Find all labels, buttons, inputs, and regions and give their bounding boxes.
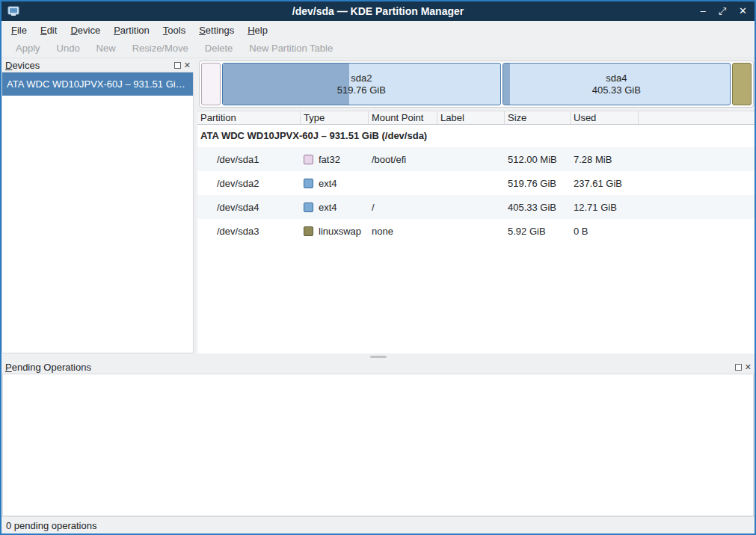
column-header-filler [639,111,755,124]
cell-partition: /dev/sda3 [197,226,301,237]
close-icon[interactable]: ✕ [739,6,747,16]
menu-edit[interactable]: Edit [34,22,64,38]
cell-type: fat32 [301,154,369,165]
column-header-mount-point[interactable]: Mount Point [369,111,437,124]
table-header-row: Partition Type Mount Point Label Size Us… [197,111,755,125]
statusbar: 0 pending operations [1,516,755,534]
table-empty-area [197,243,755,353]
table-row[interactable]: /dev/sda2 ext4 519.76 GiB 237.61 GiB [197,171,755,195]
cell-type: linuxswap [301,226,369,237]
cell-used: 237.61 GiB [571,178,639,189]
table-row[interactable]: /dev/sda4 ext4 / 405.33 GiB 12.71 GiB [197,195,755,219]
pending-operations-list [2,374,754,516]
segment-name-label: sda4 [606,72,627,84]
device-group-header[interactable]: ATA WDC WD10JPVX-60J – 931.51 GiB (/dev/… [197,125,755,147]
cell-mount-point: /boot/efi [369,154,437,165]
cell-partition: /dev/sda4 [197,202,301,213]
fs-type-label: fat32 [319,154,340,165]
cell-used: 12.71 GiB [571,202,639,213]
splitter-grip-icon [370,356,387,358]
cell-mount-point: / [369,202,437,213]
menu-partition[interactable]: Partition [107,22,156,38]
devices-panel: Devices ✕ ATA WDC WD10JPVX-60J – 931.51 … [1,58,194,353]
column-header-label[interactable]: Label [437,111,505,124]
partition-segment-sda4[interactable]: sda4 405.33 GiB [503,63,731,105]
devices-panel-header: Devices ✕ [1,58,194,72]
minimize-icon[interactable]: – [700,6,705,16]
fs-color-swatch [304,226,313,236]
toolbar: Apply Undo New Resize/Move Delete New Pa… [1,39,755,58]
cell-used: 7.28 MiB [571,154,639,165]
menu-tools[interactable]: Tools [156,22,192,38]
fs-color-swatch [304,155,313,164]
dock-close-icon[interactable]: ✕ [745,363,752,371]
fs-type-label: ext4 [319,202,337,213]
used-space-fill [223,64,349,105]
pending-operations-title: Pending Operations [5,362,91,373]
cell-size: 405.33 GiB [505,202,571,213]
toolbar-new-button[interactable]: New [88,40,124,57]
toolbar-delete-button[interactable]: Delete [197,40,242,57]
dock-close-icon[interactable]: ✕ [184,61,191,69]
app-icon[interactable] [7,6,19,16]
cell-type: ext4 [301,202,369,213]
menu-help[interactable]: Help [241,22,274,38]
cell-partition: /dev/sda1 [197,154,301,165]
cell-size: 5.92 GiB [505,226,571,237]
window-title: /dev/sda — KDE Partition Manager [1,5,755,17]
segment-size-label: 405.33 GiB [592,84,641,96]
toolbar-resize-move-button[interactable]: Resize/Move [124,40,197,57]
table-row[interactable]: /dev/sda3 linuxswap none 5.92 GiB 0 B [197,219,755,243]
devices-panel-title: Devices [5,60,40,71]
kde-partition-manager-window: /dev/sda — KDE Partition Manager – ⤢ ✕ F… [0,0,756,535]
toolbar-apply-button[interactable]: Apply [7,40,49,57]
menu-settings[interactable]: Settings [192,22,241,38]
menu-device[interactable]: Device [64,22,107,38]
partition-bar: sda2 519.76 GiB sda4 405.33 GiB [199,61,754,108]
column-header-type[interactable]: Type [301,111,369,124]
column-header-partition[interactable]: Partition [197,111,301,124]
column-header-used[interactable]: Used [571,111,639,124]
content-area: sda2 519.76 GiB sda4 405.33 GiB Partitio… [197,58,755,353]
titlebar: /dev/sda — KDE Partition Manager – ⤢ ✕ [1,1,755,21]
device-list: ATA WDC WD10JPVX-60J – 931.51 GiB (/dev/… [1,72,194,353]
segment-name-label: sda2 [351,72,372,84]
cell-type: ext4 [301,178,369,189]
dock-float-icon[interactable] [735,364,742,371]
fs-color-swatch [304,202,313,212]
main-area: Devices ✕ ATA WDC WD10JPVX-60J – 931.51 … [1,58,755,353]
partition-segment-sda3[interactable] [732,63,752,105]
table-row[interactable]: /dev/sda1 fat32 /boot/efi 512.00 MiB 7.2… [197,147,755,171]
segment-size-label: 519.76 GiB [337,84,386,96]
pending-operations-count: 0 pending operations [6,520,96,531]
used-space-fill [503,64,510,105]
partition-segment-sda2[interactable]: sda2 519.76 GiB [222,63,501,105]
cell-mount-point: none [369,226,437,237]
menubar: File Edit Device Partition Tools Setting… [1,21,755,39]
pending-operations-header: Pending Operations ✕ [1,360,755,374]
fs-color-swatch [304,179,313,188]
dock-float-icon[interactable] [174,62,181,69]
maximize-icon[interactable]: ⤢ [719,6,726,16]
column-header-size[interactable]: Size [505,111,571,124]
toolbar-new-partition-table-button[interactable]: New Partition Table [241,40,341,57]
horizontal-splitter[interactable] [1,353,755,360]
partition-segment-sda1[interactable] [201,63,221,105]
device-list-item[interactable]: ATA WDC WD10JPVX-60J – 931.51 GiB (/dev/… [2,72,193,96]
menu-file[interactable]: File [4,22,34,38]
fs-type-label: linuxswap [319,226,361,237]
cell-partition: /dev/sda2 [197,178,301,189]
fs-type-label: ext4 [319,178,337,189]
partition-table: Partition Type Mount Point Label Size Us… [197,111,755,353]
cell-size: 519.76 GiB [505,178,571,189]
cell-size: 512.00 MiB [505,154,571,165]
cell-used: 0 B [571,226,639,237]
toolbar-undo-button[interactable]: Undo [49,40,88,57]
